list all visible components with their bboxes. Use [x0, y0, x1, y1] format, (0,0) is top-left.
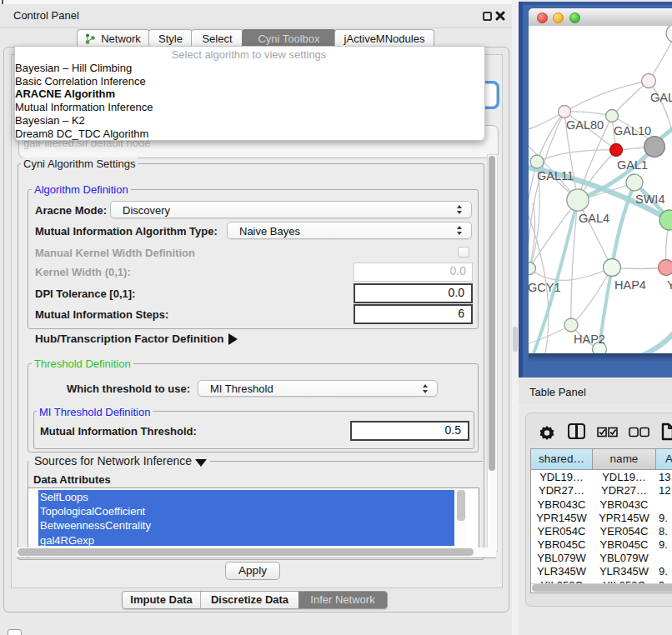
svg-text:GAL4: GAL4: [579, 212, 609, 225]
svg-text:Y: Y: [667, 278, 672, 292]
svg-text:GAL80: GAL80: [566, 118, 604, 132]
svg-text:HAP4: HAP4: [614, 278, 646, 292]
svg-text:GAL11: GAL11: [537, 169, 574, 182]
svg-text:SWI4: SWI4: [635, 192, 664, 206]
svg-text:HAP2: HAP2: [574, 332, 605, 346]
svg-text:GAL10: GAL10: [614, 124, 651, 138]
svg-text:GAL7: GAL7: [650, 91, 672, 104]
svg-text:GAL1: GAL1: [617, 158, 648, 172]
svg-text:GCY1: GCY1: [529, 281, 561, 294]
